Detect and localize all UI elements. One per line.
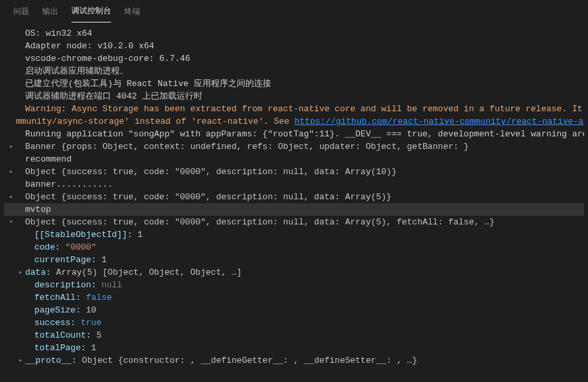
object-property[interactable]: success: true — [4, 316, 584, 329]
log-line[interactable]: 已建立代理(包装工具)与 React Native 应用程序之间的连接 — [4, 77, 584, 90]
expand-arrow-icon[interactable] — [16, 354, 25, 367]
log-line[interactable]: 调试器辅助进程在端口 4042 上已加载运行时 — [4, 90, 584, 103]
log-object-collapsed[interactable]: Banner {props: Object, context: undefine… — [4, 140, 584, 153]
panel-tabs: 问题 输出 调试控制台 终端 — [0, 0, 588, 23]
tab-output[interactable]: 输出 — [42, 1, 58, 23]
log-line[interactable]: Adapter node: v10.2.0 x64 — [4, 40, 584, 52]
object-property[interactable]: description: null — [4, 279, 584, 291]
log-line[interactable]: 启动调试器应用辅助进程。 — [4, 65, 584, 77]
log-object-collapsed[interactable]: Object {success: true, code: "0000", des… — [4, 166, 584, 178]
tab-problems[interactable]: 问题 — [13, 1, 29, 23]
object-property[interactable]: data: Array(5) [Object, Object, Object, … — [4, 266, 584, 279]
expand-arrow-icon[interactable] — [7, 191, 16, 203]
log-line-highlighted[interactable]: mvtop — [4, 203, 584, 216]
log-warning[interactable]: mmunity/async-storage' instead of 'react… — [4, 115, 584, 128]
debug-console-output[interactable]: OS: win32 x64 Adapter node: v10.2.0 x64 … — [0, 23, 588, 371]
object-property[interactable]: fetchAll: false — [4, 291, 584, 304]
log-line[interactable]: Running application "songApp" with appPa… — [4, 128, 584, 140]
log-warning[interactable]: Warning: Async Storage has been extracte… — [4, 103, 584, 115]
object-property[interactable]: pageSize: 10 — [4, 304, 584, 316]
warning-link[interactable]: https://github.com/react-native-communit… — [294, 117, 584, 126]
object-property[interactable]: code: "0000" — [4, 241, 584, 254]
collapse-arrow-icon[interactable] — [7, 216, 16, 228]
log-object-expanded[interactable]: Object {success: true, code: "0000", des… — [4, 216, 584, 228]
object-property[interactable]: [[StableObjectId]]: 1 — [4, 228, 584, 241]
object-property[interactable]: totalPage: 1 — [4, 342, 584, 354]
object-property[interactable]: currentPage: 1 — [4, 254, 584, 266]
log-line[interactable]: OS: win32 x64 — [4, 27, 584, 40]
tab-terminal[interactable]: 终端 — [124, 1, 140, 23]
log-line[interactable]: vscode-chrome-debug-core: 6.7.46 — [4, 52, 584, 65]
log-line[interactable]: recommend — [4, 153, 584, 166]
expand-arrow-icon[interactable] — [7, 140, 16, 153]
expand-arrow-icon[interactable] — [16, 266, 25, 279]
expand-arrow-icon[interactable] — [7, 166, 16, 178]
tab-debug-console[interactable]: 调试控制台 — [71, 0, 111, 23]
object-property[interactable]: __proto__: Object {constructor: , __defi… — [4, 354, 584, 367]
log-object-collapsed[interactable]: Object {success: true, code: "0000", des… — [4, 191, 584, 203]
object-property[interactable]: totalCount: 5 — [4, 329, 584, 342]
log-line[interactable]: banner........... — [4, 178, 584, 191]
